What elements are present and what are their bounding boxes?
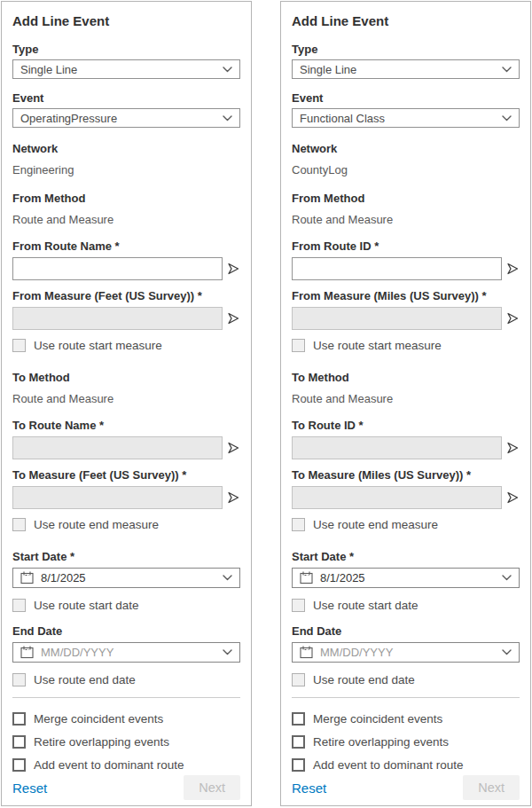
use-route-start-date-label: Use route start date (313, 598, 419, 613)
map-select-arrow-icon[interactable] (226, 262, 240, 276)
to-method-value: Route and Measure (292, 393, 520, 405)
add-dominant-checkbox[interactable] (12, 758, 26, 772)
use-route-start-date-checkbox (292, 599, 305, 612)
map-select-arrow-icon (226, 490, 240, 505)
use-route-start-date-row: Use route start date (292, 598, 520, 613)
next-button: Next (463, 775, 520, 800)
use-route-start-measure-row: Use route start measure (12, 338, 240, 353)
add-dominant-label: Add event to dominant route (34, 757, 184, 773)
start-date-value: 8/1/2025 (41, 571, 215, 584)
merge-coincident-row: Merge coincident events (12, 711, 240, 726)
from-method-label: From Method (292, 192, 520, 206)
map-select-arrow-icon (505, 311, 520, 326)
merge-coincident-checkbox[interactable] (292, 712, 305, 726)
retire-overlapping-label: Retire overlapping events (34, 734, 169, 749)
chevron-down-icon (502, 649, 512, 655)
use-route-end-date-checkbox (12, 673, 26, 686)
event-select[interactable]: OperatingPressure (12, 108, 240, 128)
from-method-value: Route and Measure (292, 214, 520, 226)
network-label: Network (12, 142, 240, 156)
to-route-label: To Route ID * (292, 419, 520, 433)
use-route-end-date-label: Use route end date (313, 672, 415, 687)
merge-coincident-row: Merge coincident events (292, 711, 520, 726)
chevron-down-icon (502, 115, 512, 122)
event-label: Event (12, 91, 240, 106)
start-date-select[interactable]: 8/1/2025 (12, 568, 240, 588)
map-select-arrow-icon (505, 441, 520, 455)
panel-footer: Reset Next (292, 775, 520, 802)
network-label: Network (292, 142, 520, 156)
from-method-value: Route and Measure (12, 214, 240, 226)
map-select-arrow-icon (226, 311, 240, 326)
add-dominant-row: Add event to dominant route (12, 757, 240, 773)
use-route-end-measure-checkbox (292, 518, 305, 531)
divider (292, 697, 520, 698)
to-measure-input (12, 486, 223, 509)
use-route-start-date-row: Use route start date (12, 598, 240, 613)
event-select[interactable]: Functional Class (292, 108, 520, 128)
use-route-end-date-checkbox (292, 673, 305, 686)
type-select[interactable]: Single Line (12, 59, 240, 79)
add-dominant-checkbox[interactable] (292, 758, 305, 772)
from-route-label: From Route Name * (12, 239, 240, 254)
calendar-icon (300, 571, 313, 584)
end-date-select[interactable]: MM/DD/YYYY (12, 642, 240, 663)
use-route-end-measure-row: Use route end measure (12, 517, 240, 532)
from-measure-label: From Measure (Feet (US Survey)) * (12, 289, 240, 303)
event-label: Event (292, 91, 520, 106)
to-method-label: To Method (12, 371, 240, 385)
network-value: Engineering (12, 164, 240, 177)
to-measure-label: To Measure (Miles (US Survey)) * (292, 468, 520, 482)
event-select-value: OperatingPressure (20, 112, 117, 125)
chevron-down-icon (502, 575, 512, 581)
end-date-label: End Date (292, 624, 520, 639)
merge-coincident-checkbox[interactable] (12, 712, 26, 726)
from-measure-input (292, 307, 502, 330)
type-label: Type (292, 43, 520, 57)
end-date-select[interactable]: MM/DD/YYYY (292, 642, 520, 663)
use-route-start-date-checkbox (12, 599, 26, 612)
type-select[interactable]: Single Line (292, 59, 520, 79)
chevron-down-icon (223, 115, 232, 122)
to-method-value: Route and Measure (12, 393, 240, 405)
retire-overlapping-row: Retire overlapping events (12, 734, 240, 749)
merge-coincident-label: Merge coincident events (34, 711, 163, 726)
retire-overlapping-row: Retire overlapping events (292, 734, 520, 749)
from-route-input[interactable] (12, 257, 223, 280)
map-select-arrow-icon (505, 490, 520, 505)
to-route-input (292, 436, 502, 459)
retire-overlapping-checkbox[interactable] (292, 735, 305, 749)
use-route-start-date-label: Use route start date (34, 598, 139, 613)
from-route-input[interactable] (292, 257, 502, 280)
retire-overlapping-label: Retire overlapping events (313, 734, 449, 749)
chevron-down-icon (223, 649, 232, 655)
end-date-placeholder: MM/DD/YYYY (320, 646, 495, 659)
use-route-end-measure-label: Use route end measure (313, 517, 438, 532)
merge-coincident-label: Merge coincident events (313, 711, 442, 726)
from-route-label: From Route ID * (292, 239, 520, 254)
network-value: CountyLog (292, 164, 520, 177)
use-route-start-measure-label: Use route start measure (313, 338, 442, 353)
use-route-end-date-row: Use route end date (12, 672, 240, 687)
page-title: Add Line Event (292, 13, 520, 29)
event-select-value: Functional Class (300, 112, 385, 125)
start-date-label: Start Date * (292, 550, 520, 564)
chevron-down-icon (223, 575, 232, 581)
reset-link[interactable]: Reset (292, 781, 326, 796)
retire-overlapping-checkbox[interactable] (12, 735, 26, 749)
calendar-icon (20, 571, 34, 584)
add-dominant-label: Add event to dominant route (313, 757, 464, 773)
type-label: Type (12, 43, 240, 57)
use-route-start-measure-label: Use route start measure (34, 338, 162, 353)
reset-link[interactable]: Reset (12, 781, 47, 796)
panel-footer: Reset Next (12, 775, 240, 802)
map-select-arrow-icon[interactable] (505, 262, 520, 276)
divider (12, 697, 240, 698)
start-date-select[interactable]: 8/1/2025 (292, 568, 520, 588)
from-measure-label: From Measure (Miles (US Survey)) * (292, 289, 520, 303)
type-select-value: Single Line (300, 63, 356, 76)
end-date-placeholder: MM/DD/YYYY (41, 646, 215, 659)
use-route-start-measure-row: Use route start measure (292, 338, 520, 353)
from-measure-input (12, 307, 223, 330)
use-route-end-measure-checkbox (12, 518, 26, 531)
